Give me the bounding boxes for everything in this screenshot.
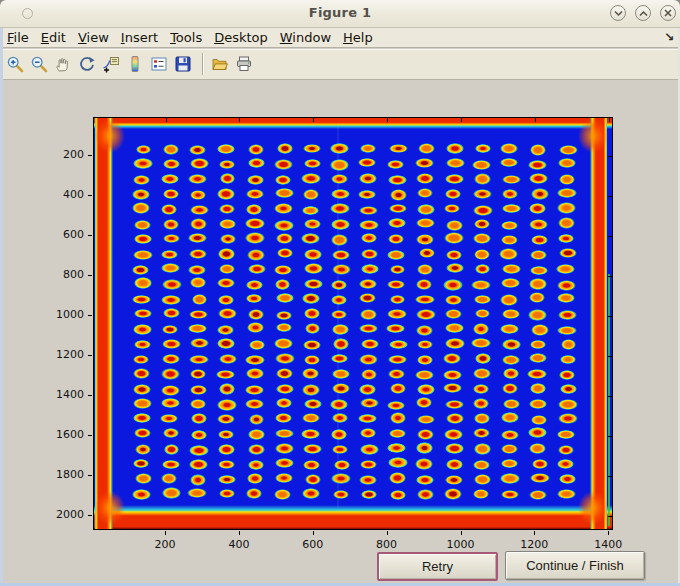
array-spot [217, 144, 235, 154]
x-tick-label: 600 [291, 538, 335, 551]
menu-item-view[interactable]: View [72, 29, 115, 46]
menu-item-help[interactable]: Help [337, 29, 379, 46]
pan-button[interactable] [54, 55, 72, 73]
array-spot [473, 233, 492, 244]
array-spot [302, 368, 319, 379]
shade-window-button[interactable] [610, 5, 626, 21]
array-spot [275, 458, 294, 468]
array-spot [275, 413, 292, 423]
array-spot [474, 249, 490, 260]
array-spot [557, 459, 574, 469]
rotate-3d-button[interactable] [78, 55, 96, 73]
array-spot [529, 399, 548, 410]
array-spot [388, 218, 406, 228]
data-cursor-button[interactable] [102, 55, 120, 73]
x-axis-tick-bottom [313, 531, 314, 535]
array-spot [246, 488, 262, 499]
array-spot [559, 248, 577, 259]
array-spot [163, 234, 181, 243]
array-spot [217, 399, 236, 411]
array-spot [417, 415, 435, 424]
array-spot [218, 444, 235, 455]
print-figure-button[interactable] [235, 55, 253, 73]
array-spot [304, 159, 321, 168]
menu-item-file[interactable]: File [1, 29, 35, 46]
menu-item-edit[interactable]: Edit [35, 29, 72, 46]
y-tick-label: 1200 [43, 348, 84, 361]
array-spot [190, 385, 207, 395]
array-spot [471, 280, 491, 290]
array-spot [219, 160, 235, 169]
array-spot [187, 488, 207, 499]
array-spot [247, 249, 265, 261]
array-spot [163, 144, 179, 155]
array-spot [501, 221, 517, 230]
array-spot [360, 398, 379, 408]
array-spot [191, 413, 207, 424]
array-spot [162, 354, 180, 365]
array-spot [502, 309, 521, 319]
array-spot [528, 309, 547, 321]
array-spot [531, 415, 547, 424]
menu-item-tools[interactable]: Tools [164, 29, 208, 46]
insert-colorbar-button[interactable] [126, 55, 144, 73]
unshade-window-icon [639, 10, 648, 17]
y-axis-tick-left [88, 475, 92, 476]
array-spot [558, 310, 577, 320]
array-spot [275, 175, 291, 185]
menu-item-insert[interactable]: Insert [115, 29, 164, 46]
close-window-button[interactable] [660, 5, 676, 21]
x-axis-tick-bottom [534, 531, 535, 535]
array-spot [559, 370, 575, 380]
dock-figure-arrow-icon[interactable]: ↘ [664, 30, 674, 44]
array-spot [189, 355, 209, 365]
figure-canvas: Retry Continue / Finish 2004006008001000… [0, 80, 680, 583]
y-tick-label: 800 [43, 268, 84, 281]
retry-button[interactable]: Retry [377, 552, 498, 581]
array-spot [474, 295, 491, 304]
array-spot [529, 219, 548, 230]
array-spot [134, 340, 151, 349]
array-spot [274, 220, 294, 232]
zoom-in-button[interactable] [6, 55, 24, 73]
array-spot [218, 295, 234, 305]
array-spot [132, 265, 149, 276]
array-spot [275, 443, 295, 454]
array-spot [473, 460, 490, 470]
array-spot [388, 369, 406, 379]
array-spot [387, 443, 406, 453]
array-spot [529, 278, 548, 289]
array-spot [274, 265, 292, 275]
unshade-window-button[interactable] [635, 5, 651, 21]
array-spot [190, 158, 209, 169]
y-tick-label: 1400 [43, 388, 84, 401]
array-spot [530, 383, 546, 394]
array-spot [359, 220, 379, 230]
menu-item-desktop[interactable]: Desktop [208, 29, 274, 46]
array-spot [161, 263, 180, 273]
insert-legend-button[interactable] [150, 55, 168, 73]
array-spot [248, 264, 266, 275]
x-axis-tick-bottom [608, 531, 609, 535]
array-spot [248, 460, 264, 471]
titlebar: Figure 1 [0, 0, 680, 28]
continue-finish-button[interactable]: Continue / Finish [505, 551, 645, 580]
menu-item-window[interactable]: Window [274, 29, 337, 46]
y-axis-tick-left [88, 235, 92, 236]
zoom-out-button[interactable] [30, 55, 48, 73]
array-spot [557, 430, 575, 439]
window-edge-left [0, 28, 3, 586]
array-spot [500, 143, 519, 154]
array-spot [217, 414, 235, 424]
array-spot [557, 326, 577, 335]
array-spot [557, 188, 576, 198]
open-file-button[interactable] [211, 55, 229, 73]
array-spot [502, 204, 521, 213]
array-spot [218, 475, 236, 485]
array-spot [246, 280, 263, 290]
array-spot [160, 414, 178, 423]
array-spot [162, 460, 181, 469]
save-figure-button[interactable] [174, 55, 192, 73]
array-spot [275, 188, 295, 198]
array-spot [501, 459, 518, 468]
